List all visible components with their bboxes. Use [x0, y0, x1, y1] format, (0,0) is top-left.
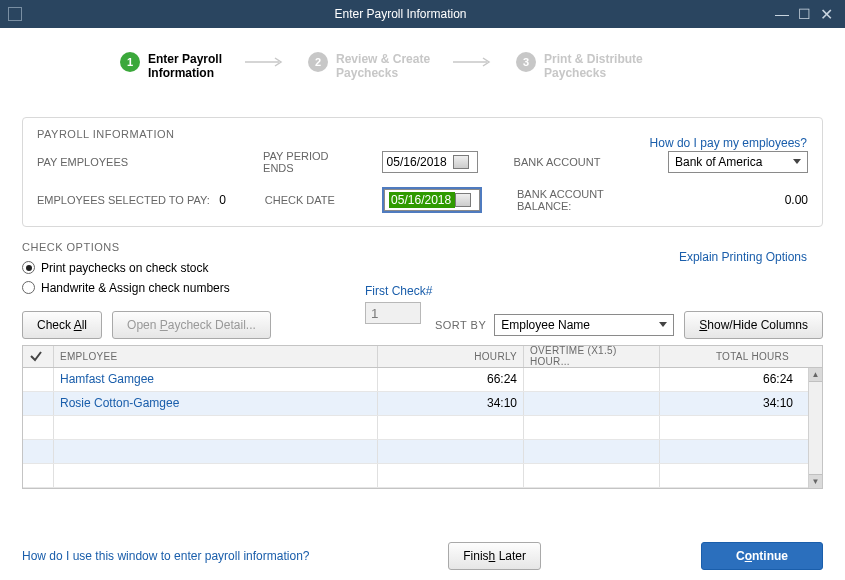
open-paycheck-detail-button: Open Paycheck Detail... — [112, 311, 271, 339]
payroll-information-panel: PAYROLL INFORMATION PAY EMPLOYEES PAY PE… — [22, 117, 823, 227]
chevron-down-icon — [793, 159, 801, 164]
col-checkmark[interactable] — [23, 346, 53, 367]
step-3-print-distribute: 3 Print & Distribute Paychecks — [516, 52, 643, 81]
col-overtime[interactable]: OVERTIME (X1.5) HOUR... — [523, 346, 659, 367]
how-use-window-link[interactable]: How do I use this window to enter payrol… — [22, 549, 309, 563]
show-hide-columns-button[interactable]: Show/Hide Columns — [684, 311, 823, 339]
chevron-right-icon — [448, 52, 498, 72]
table-row[interactable] — [23, 464, 822, 488]
first-check-group: First Check# — [365, 284, 432, 324]
col-total-hours[interactable]: TOTAL HOURS — [659, 346, 799, 367]
table-body: Hamfast Gamgee 66:24 66:24 Rosie Cotton-… — [23, 368, 822, 488]
step-3-badge: 3 — [516, 52, 536, 72]
step-1-line2: Information — [148, 66, 222, 80]
title-bar: Enter Payroll Information — ☐ ✕ — [0, 0, 845, 28]
employees-selected-value: 0 — [219, 193, 226, 207]
continue-button[interactable]: Continue — [701, 542, 823, 570]
step-2-badge: 2 — [308, 52, 328, 72]
bank-balance-label: BANK ACCOUNT BALANCE: — [517, 188, 652, 212]
step-3-label: Print & Distribute Paychecks — [544, 52, 643, 81]
step-2-line1: Review & Create — [336, 52, 430, 66]
handwrite-assign-label: Handwrite & Assign check numbers — [41, 281, 230, 295]
first-check-label: First Check# — [365, 284, 432, 298]
minimize-button[interactable]: — — [771, 6, 793, 22]
print-on-check-stock-radio[interactable] — [22, 261, 35, 274]
system-menu-icon[interactable] — [8, 7, 22, 21]
step-1-badge: 1 — [120, 52, 140, 72]
step-2-line2: Paychecks — [336, 66, 430, 80]
content-area: 1 Enter Payroll Information 2 Review & C… — [0, 28, 845, 580]
bank-account-select[interactable]: Bank of America — [668, 151, 808, 173]
row-checkbox[interactable] — [23, 392, 53, 415]
step-2-label: Review & Create Paychecks — [336, 52, 430, 81]
step-2-review-create: 2 Review & Create Paychecks — [308, 52, 430, 81]
sort-by-label: SORT BY — [435, 319, 486, 331]
col-hourly[interactable]: HOURLY — [377, 346, 523, 367]
employees-selected-label: EMPLOYEES SELECTED TO PAY: — [37, 194, 210, 206]
step-1-enter-payroll: 1 Enter Payroll Information — [120, 52, 222, 81]
explain-printing-link[interactable]: Explain Printing Options — [679, 250, 807, 264]
bank-account-value: Bank of America — [675, 155, 762, 169]
chevron-right-icon — [240, 52, 290, 72]
check-date-label: CHECK DATE — [265, 194, 364, 206]
overtime-cell[interactable] — [523, 392, 659, 415]
hourly-cell[interactable]: 66:24 — [377, 368, 523, 391]
table-header: EMPLOYEE HOURLY OVERTIME (X1.5) HOUR... … — [23, 346, 822, 368]
sort-by-select[interactable]: Employee Name — [494, 314, 674, 336]
footer-bar: How do I use this window to enter payrol… — [22, 542, 823, 570]
table-row[interactable] — [23, 440, 822, 464]
close-button[interactable]: ✕ — [815, 5, 837, 24]
wizard-stepper: 1 Enter Payroll Information 2 Review & C… — [0, 28, 845, 89]
check-date-field[interactable] — [389, 192, 455, 208]
scrollbar[interactable]: ▲ ▼ — [808, 368, 822, 488]
total-hours-cell: 66:24 — [659, 368, 799, 391]
pay-employees-label: PAY EMPLOYEES — [37, 156, 243, 168]
maximize-button[interactable]: ☐ — [793, 6, 815, 22]
calendar-icon[interactable] — [453, 155, 469, 169]
pay-period-ends-field[interactable] — [387, 155, 453, 169]
scroll-up-icon[interactable]: ▲ — [809, 368, 822, 382]
how-do-i-pay-link[interactable]: How do I pay my employees? — [650, 136, 807, 150]
step-1-line1: Enter Payroll — [148, 52, 222, 66]
employee-table: EMPLOYEE HOURLY OVERTIME (X1.5) HOUR... … — [22, 345, 823, 489]
col-employee[interactable]: EMPLOYEE — [53, 346, 377, 367]
table-row[interactable] — [23, 416, 822, 440]
check-date-input[interactable] — [384, 189, 480, 211]
table-row[interactable]: Rosie Cotton-Gamgee 34:10 34:10 — [23, 392, 822, 416]
employee-name-link[interactable]: Hamfast Gamgee — [53, 368, 377, 391]
table-row[interactable]: Hamfast Gamgee 66:24 66:24 — [23, 368, 822, 392]
overtime-cell[interactable] — [523, 368, 659, 391]
first-check-input — [365, 302, 421, 324]
print-on-check-stock-label: Print paychecks on check stock — [41, 261, 208, 275]
scroll-down-icon[interactable]: ▼ — [809, 474, 822, 488]
bank-account-label: BANK ACCOUNT — [514, 156, 648, 168]
pay-period-ends-label: PAY PERIOD ENDS — [263, 150, 362, 174]
finish-later-button[interactable]: Finish Later — [448, 542, 541, 570]
calendar-icon[interactable] — [455, 193, 471, 207]
employee-name-link[interactable]: Rosie Cotton-Gamgee — [53, 392, 377, 415]
step-3-line1: Print & Distribute — [544, 52, 643, 66]
step-3-line2: Paychecks — [544, 66, 643, 80]
handwrite-assign-radio[interactable] — [22, 281, 35, 294]
step-1-label: Enter Payroll Information — [148, 52, 222, 81]
window-title: Enter Payroll Information — [30, 7, 771, 21]
row-checkbox[interactable] — [23, 368, 53, 391]
sort-by-value: Employee Name — [501, 318, 590, 332]
check-all-button[interactable]: Check All — [22, 311, 102, 339]
bank-balance-value: 0.00 — [673, 193, 808, 207]
chevron-down-icon — [659, 322, 667, 327]
total-hours-cell: 34:10 — [659, 392, 799, 415]
hourly-cell[interactable]: 34:10 — [377, 392, 523, 415]
pay-period-ends-input[interactable] — [382, 151, 478, 173]
